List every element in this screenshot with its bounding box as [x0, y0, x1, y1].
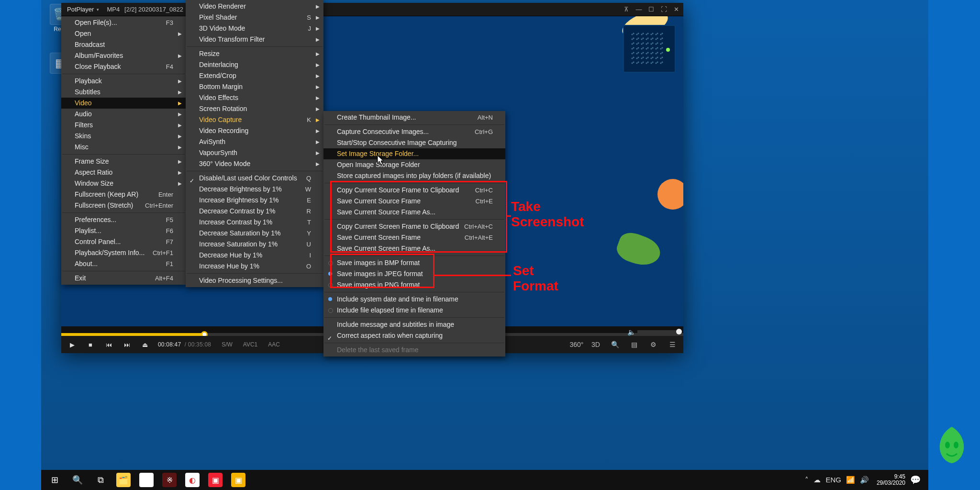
- taskbar-app-explorer[interactable]: 🗂️: [112, 470, 135, 490]
- video-menu-item[interactable]: Deinterlacing▶: [186, 59, 323, 70]
- video-menu-item[interactable]: Resize▶: [186, 48, 323, 59]
- capture-menu-item[interactable]: Capture Consecutive Images...Ctrl+G: [323, 126, 505, 137]
- main-menu-item[interactable]: Broadcast: [61, 39, 186, 50]
- taskbar-app-generic1[interactable]: ※: [158, 470, 181, 490]
- video-menu-item[interactable]: VapourSynth▶: [186, 147, 323, 158]
- minimize-button[interactable]: ―: [633, 3, 645, 16]
- video-menu-item[interactable]: Video CaptureK▶: [186, 114, 323, 125]
- main-menu-item[interactable]: Audio▶: [61, 109, 186, 120]
- capture-menu-item[interactable]: Start/Stop Consecutive Image Capturing: [323, 137, 505, 148]
- capture-menu-item[interactable]: Include file elapsed time in filename: [323, 305, 505, 316]
- search-button[interactable]: 🔍: [66, 470, 89, 490]
- video-menu-item[interactable]: Decrease Brightness by 1%W: [186, 184, 323, 195]
- video-menu-item[interactable]: Video Effects▶: [186, 92, 323, 103]
- taskbar-app-active[interactable]: ▣: [227, 470, 250, 490]
- 360-toggle[interactable]: 360°: [571, 339, 582, 350]
- taskbar-clock[interactable]: 9:45 29/03/2020: [877, 474, 905, 486]
- main-menu-item[interactable]: Skins▶: [61, 131, 186, 142]
- close-button[interactable]: ✕: [670, 3, 682, 16]
- main-menu-item[interactable]: Playback/System Info...Ctrl+F1: [61, 247, 186, 258]
- main-menu-item[interactable]: Frame Size▶: [61, 156, 186, 167]
- main-menu-item[interactable]: Album/Favorites▶: [61, 50, 186, 61]
- task-view-button[interactable]: ⧉: [89, 470, 112, 490]
- capture-menu-item[interactable]: Save Current Screen Frame As...: [323, 243, 505, 254]
- next-button[interactable]: ⏭: [122, 339, 132, 350]
- capture-menu-item[interactable]: Save Current Screen FrameCtrl+Alt+E: [323, 232, 505, 243]
- video-menu-item[interactable]: Pixel ShaderS▶: [186, 12, 323, 23]
- pin-button[interactable]: ⊼: [620, 3, 633, 16]
- taskbar-app-chrome[interactable]: ◉: [135, 470, 158, 490]
- stop-button[interactable]: ■: [85, 339, 96, 350]
- video-menu-item[interactable]: Bottom Margin▶: [186, 81, 323, 92]
- capture-menu-item[interactable]: Save images in BMP format: [323, 257, 505, 268]
- video-menu-item[interactable]: Decrease Saturation by 1%Y: [186, 228, 323, 239]
- notifications-button[interactable]: 💬: [908, 470, 923, 490]
- search-subs-button[interactable]: 🔍: [610, 339, 620, 350]
- video-menu-item[interactable]: Disable/Last used Color ControlsQ: [186, 173, 323, 184]
- main-menu-item[interactable]: Close PlaybackF4: [61, 61, 186, 72]
- maximize-button[interactable]: ☐: [645, 3, 657, 16]
- video-menu-item[interactable]: Increase Saturation by 1%U: [186, 239, 323, 250]
- capture-menu-item[interactable]: Save images in JPEG format: [323, 268, 505, 279]
- taskbar-app-generic2[interactable]: ◐: [181, 470, 204, 490]
- main-menu-item[interactable]: Fullscreen (Keep AR)Enter: [61, 189, 186, 200]
- capture-menu-item[interactable]: Store captured images into play folders …: [323, 170, 505, 181]
- main-menu-item[interactable]: Window Size▶: [61, 178, 186, 189]
- tray-chevron-icon[interactable]: ˄: [805, 476, 809, 484]
- playlist-button[interactable]: ☰: [667, 339, 678, 350]
- tray-volume-icon[interactable]: 🔊: [860, 476, 869, 484]
- prev-button[interactable]: ⏮: [103, 339, 114, 350]
- main-menu-item[interactable]: Open▶: [61, 28, 186, 39]
- video-menu-item[interactable]: Video Transform Filter▶: [186, 34, 323, 45]
- main-menu-item[interactable]: Aspect Ratio▶: [61, 167, 186, 178]
- capture-menu-item[interactable]: Save Current Source Frame As...: [323, 207, 505, 218]
- main-menu-item[interactable]: Preferences...F5: [61, 214, 186, 225]
- video-menu-item[interactable]: AviSynth▶: [186, 136, 323, 147]
- capture-menu-item[interactable]: Correct aspect ratio when capturing: [323, 330, 505, 341]
- capture-menu-item[interactable]: Include message and subtitles in image: [323, 319, 505, 330]
- main-menu-item[interactable]: Subtitles▶: [61, 87, 186, 98]
- main-menu-item[interactable]: Filters▶: [61, 120, 186, 131]
- play-button[interactable]: ▶: [67, 339, 78, 350]
- tray-cloud-icon[interactable]: ☁: [813, 476, 821, 484]
- video-menu-item[interactable]: Decrease Hue by 1%I: [186, 250, 323, 261]
- fullscreen-button[interactable]: ⛶: [657, 3, 670, 16]
- taskbar-app-generic3[interactable]: ▣: [204, 470, 227, 490]
- eject-button[interactable]: ⏏: [140, 339, 150, 350]
- 3d-toggle[interactable]: 3D: [590, 339, 601, 350]
- main-menu-item[interactable]: ExitAlt+F4: [61, 273, 186, 284]
- video-menu-item[interactable]: Extend/Crop▶: [186, 70, 323, 81]
- capture-menu-item[interactable]: Create Thumbnail Image...Alt+N: [323, 112, 505, 123]
- video-menu-item[interactable]: Decrease Contrast by 1%R: [186, 206, 323, 217]
- capture-menu-item[interactable]: Include system date and time in filename: [323, 294, 505, 305]
- video-menu-item[interactable]: 3D Video ModeJ▶: [186, 23, 323, 34]
- video-menu-item[interactable]: Screen Rotation▶: [186, 103, 323, 114]
- settings-button[interactable]: ⚙: [648, 339, 658, 350]
- main-menu-item[interactable]: Fullscreen (Stretch)Ctrl+Enter: [61, 200, 186, 211]
- main-menu-item[interactable]: Misc▶: [61, 142, 186, 153]
- capture-menu-item[interactable]: Copy Current Source Frame to ClipboardCt…: [323, 185, 505, 196]
- start-button[interactable]: ⊞: [43, 470, 66, 490]
- video-menu-item[interactable]: Video Processing Settings...: [186, 275, 323, 286]
- mute-icon[interactable]: 🔈: [627, 328, 635, 336]
- capture-menu-item[interactable]: Open Image Storage Folder: [323, 159, 505, 170]
- capture-menu-item[interactable]: Save images in PNG format: [323, 279, 505, 290]
- video-menu-item[interactable]: Video Renderer▶: [186, 1, 323, 12]
- main-menu-item[interactable]: Playback▶: [61, 76, 186, 87]
- tray-wifi-icon[interactable]: 📶: [846, 476, 855, 484]
- video-menu-item[interactable]: Increase Contrast by 1%T: [186, 217, 323, 228]
- tray-lang[interactable]: ENG: [825, 476, 841, 484]
- capture-menu-item[interactable]: Set Image Storage Folder...: [323, 148, 505, 159]
- video-menu-item[interactable]: Video Recording▶: [186, 125, 323, 136]
- video-menu-item[interactable]: Increase Brightness by 1%E: [186, 195, 323, 206]
- main-menu-item[interactable]: Playlist...F6: [61, 225, 186, 236]
- capture-menu-item[interactable]: Copy Current Screen Frame to ClipboardCt…: [323, 221, 505, 232]
- capture-menu-item[interactable]: Save Current Source FrameCtrl+E: [323, 196, 505, 207]
- main-menu-item[interactable]: Open File(s)...F3: [61, 17, 186, 28]
- main-menu-item[interactable]: About...F1: [61, 258, 186, 269]
- system-tray[interactable]: ˄ ☁ ENG 📶 🔊: [805, 476, 869, 484]
- app-menu-button[interactable]: PotPlayer ▾: [64, 5, 102, 13]
- main-menu-item[interactable]: Video▶: [61, 98, 186, 109]
- video-menu-item[interactable]: 360° Video Mode▶: [186, 158, 323, 169]
- volume-slider[interactable]: [637, 330, 680, 333]
